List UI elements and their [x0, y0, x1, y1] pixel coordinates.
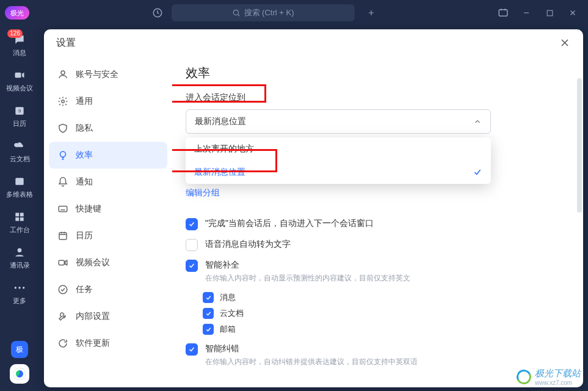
setnav-label: 视频会议 — [76, 257, 110, 268]
checkbox-voice-to-text[interactable] — [186, 239, 198, 251]
svg-point-22 — [59, 285, 67, 294]
contacts-icon — [13, 246, 26, 259]
bell-icon — [57, 177, 68, 188]
nav-app-launcher[interactable] — [10, 364, 29, 384]
setnav-label: 内部设置 — [76, 311, 110, 322]
setnav-privacy[interactable]: 隐私 — [49, 115, 167, 142]
nav-label: 视频会议 — [6, 84, 33, 93]
svg-rect-7 — [15, 178, 23, 185]
new-tab-button[interactable] — [365, 6, 378, 20]
subrow-mail: 邮箱 — [203, 324, 565, 335]
row-voice-to-text: 语音消息自动转为文字 — [186, 239, 565, 251]
setnav-meeting[interactable]: 视频会议 — [49, 249, 167, 276]
setnav-notifications[interactable]: 通知 — [49, 169, 167, 196]
dropdown-option-last-left[interactable]: 上次离开的地方 — [186, 137, 491, 161]
setnav-shortcuts[interactable]: 快捷键 — [49, 196, 167, 222]
shield-icon — [57, 123, 68, 134]
nav-base[interactable]: 多维表格 — [6, 175, 33, 199]
svg-point-16 — [61, 71, 65, 75]
nav-label: 日历 — [13, 119, 26, 128]
video-icon — [13, 68, 26, 82]
nav-label: 消息 — [13, 48, 26, 57]
row-smart-correct: 智能纠错 在你输入内容时，自动纠错并提供表达建议，目前仅支持中英双语 — [186, 343, 565, 367]
watermark-brand: 极光下载站 — [535, 368, 581, 378]
row-label: "完成"当前会话后，自动进入下一个会话窗口 — [205, 218, 374, 229]
nav-contacts[interactable]: 通讯录 — [10, 246, 30, 270]
settings-nav: 账号与安全 通用 隐私 效率 通知 快捷键 日历 视频会议 任务 内部设置 软件… — [44, 56, 172, 387]
svg-point-15 — [23, 287, 24, 288]
setnav-internal[interactable]: 内部设置 — [49, 303, 167, 330]
settings-panel: 设置 账号与安全 通用 隐私 效率 通知 快捷键 日历 视频会议 任务 内部设置… — [44, 29, 583, 387]
nav-label: 通讯录 — [10, 261, 30, 270]
sub-label: 消息 — [220, 292, 236, 303]
dropdown-option-latest[interactable]: 最新消息位置 — [186, 161, 491, 184]
setnav-calendar[interactable]: 日历 — [49, 222, 167, 249]
setnav-account[interactable]: 账号与安全 — [49, 61, 167, 88]
setnav-label: 任务 — [76, 284, 93, 295]
setnav-label: 隐私 — [76, 123, 93, 134]
nav-shortcut[interactable]: 极 — [11, 341, 28, 358]
window-maximize[interactable] — [543, 6, 556, 20]
history-icon[interactable] — [148, 7, 167, 18]
nav-meetings[interactable]: 视频会议 — [6, 68, 33, 93]
edit-group-link[interactable]: 编辑分组 — [186, 188, 220, 199]
subrow-docs: 云文档 — [203, 308, 565, 319]
nav-docs[interactable]: 云文档 — [10, 139, 30, 164]
nav-messages[interactable]: 126 消息 — [13, 33, 26, 57]
setnav-general[interactable]: 通用 — [49, 88, 167, 115]
svg-point-12 — [18, 248, 22, 252]
row-done-next: "完成"当前会话后，自动进入下一个会话窗口 — [186, 218, 565, 230]
more-icon — [13, 281, 26, 294]
window-close[interactable] — [566, 6, 579, 20]
nav-workbench[interactable]: 工作台 — [10, 210, 30, 235]
wrench-icon — [57, 311, 68, 322]
panel-title: 设置 — [56, 37, 76, 49]
setnav-label: 效率 — [76, 150, 93, 161]
search-placeholder: 搜索 (Ctrl + K) — [244, 7, 294, 18]
global-search[interactable]: 搜索 (Ctrl + K) — [172, 4, 355, 21]
nav-more[interactable]: 更多 — [13, 281, 26, 305]
row-smart-complete: 智能补全 在你输入内容时，自动显示预测性的内容建议，目前仅支持英文 — [186, 260, 565, 283]
checkbox-smart-correct[interactable] — [186, 343, 198, 356]
svg-rect-2 — [499, 10, 507, 16]
svg-point-18 — [60, 152, 66, 157]
checkbox-sub-docs[interactable] — [203, 308, 214, 319]
checkbox-sub-mail[interactable] — [203, 324, 214, 335]
watermark-logo-icon — [515, 368, 534, 387]
bulb-icon — [57, 150, 68, 161]
checkbox-smart-complete[interactable] — [186, 260, 198, 272]
nav-label: 更多 — [13, 296, 26, 305]
position-select[interactable]: 最新消息位置 — [186, 109, 491, 134]
setnav-efficiency[interactable]: 效率 — [49, 142, 167, 169]
section-label-position: 进入会话定位到 — [186, 92, 245, 103]
window-minimize[interactable] — [520, 6, 533, 20]
svg-point-1 — [233, 10, 238, 15]
svg-rect-11 — [20, 217, 24, 221]
apps-icon — [13, 210, 26, 224]
option-label: 上次离开的地方 — [194, 144, 254, 155]
setnav-tasks[interactable]: 任务 — [49, 276, 167, 303]
setnav-label: 通用 — [76, 96, 93, 107]
check-icon — [473, 167, 482, 177]
nav-label: 多维表格 — [6, 190, 33, 199]
sub-label: 邮箱 — [220, 324, 236, 335]
person-icon — [57, 69, 68, 80]
setnav-update[interactable]: 软件更新 — [49, 330, 167, 357]
select-value: 最新消息位置 — [195, 116, 246, 127]
row-label: 语音消息自动转为文字 — [205, 239, 291, 250]
screenshot-icon[interactable] — [496, 6, 510, 20]
scrollbar[interactable] — [577, 78, 582, 213]
gear-icon — [57, 96, 68, 107]
settings-content: 效率 进入会话定位到 最新消息位置 上次离开的地方 最新消息位置 — [172, 56, 583, 387]
svg-rect-3 — [547, 10, 553, 16]
row-description: 在你输入内容时，自动纠错并提供表达建议，目前仅支持中英双语 — [205, 357, 418, 367]
nav-calendar[interactable]: 9 日历 — [13, 104, 26, 128]
panel-close-button[interactable] — [559, 37, 571, 49]
svg-point-17 — [62, 100, 65, 103]
row-label: 智能纠错 — [205, 343, 418, 354]
check-circle-icon — [57, 284, 68, 295]
titlebar: 极光 搜索 (Ctrl + K) — [0, 0, 588, 26]
svg-text:9: 9 — [18, 108, 21, 114]
checkbox-done-next[interactable] — [186, 218, 198, 230]
checkbox-sub-messages[interactable] — [203, 292, 214, 303]
